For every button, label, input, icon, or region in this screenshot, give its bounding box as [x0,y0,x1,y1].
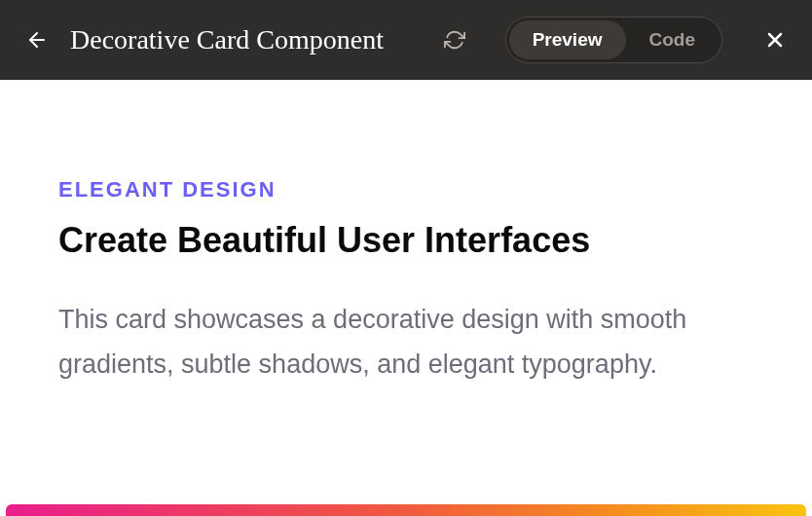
close-icon [763,28,787,52]
arrow-left-icon [25,28,49,52]
refresh-icon [444,29,465,51]
code-tab[interactable]: Code [626,20,720,59]
app-header: Decorative Card Component Preview Code [0,0,812,80]
card-preview: ELEGANT DESIGN Create Beautiful User Int… [0,80,812,516]
refresh-button[interactable] [437,22,472,57]
card-title: Create Beautiful User Interfaces [58,220,754,261]
close-button[interactable] [757,22,793,57]
card-eyebrow: ELEGANT DESIGN [58,177,754,203]
card-body: This card showcases a decorative design … [58,298,754,387]
view-toggle: Preview Code [505,17,722,63]
preview-tab[interactable]: Preview [509,20,626,59]
page-title: Decorative Card Component [70,24,422,55]
gradient-accent-bar [6,504,806,516]
back-button[interactable] [19,22,55,57]
